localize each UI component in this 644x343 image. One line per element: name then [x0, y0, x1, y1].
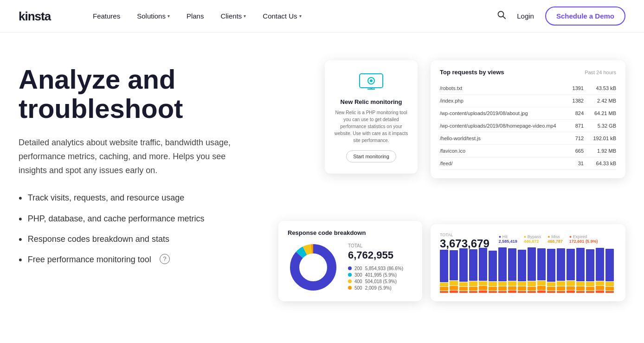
bar-segment [557, 291, 565, 293]
request-path: /index.php [440, 98, 560, 104]
request-size: 5.32 GB [584, 123, 616, 129]
cache-stat-label: Hit [502, 234, 508, 239]
schedule-demo-button[interactable]: Schedule a Demo [545, 6, 625, 26]
legend-label: 400 [354, 279, 362, 284]
hero-left: Analyze and troubleshoot Detailed analyt… [19, 60, 260, 324]
bar-segment [596, 286, 604, 290]
legend-row: 500 2,009 (5.9%) [348, 285, 403, 291]
svg-line-2 [503, 16, 505, 19]
bar-group [469, 249, 477, 293]
bar-segment [440, 283, 448, 286]
legend-label: 500 [354, 285, 362, 291]
bar-group [498, 247, 507, 293]
legend-value: 2,009 (5.9%) [365, 285, 392, 291]
chevron-down-icon: ▾ [299, 13, 302, 19]
panel-header: Top requests by views Past 24 hours [440, 69, 616, 76]
bar-segment [596, 281, 604, 285]
cache-stat-label: Bypass [528, 234, 541, 239]
cache-stat-value: 468,787 [547, 239, 563, 244]
search-button[interactable] [497, 11, 506, 21]
bar-segment [450, 281, 458, 285]
bar-segment [528, 281, 536, 286]
chevron-down-icon: ▾ [167, 13, 170, 19]
request-count: 871 [560, 123, 584, 129]
new-relic-icon [357, 71, 385, 92]
legend-row: 200 5,854,933 (86.6%) [348, 266, 403, 271]
bar-segment [469, 291, 477, 293]
login-link[interactable]: Login [517, 12, 534, 20]
legend-label: 300 [354, 272, 362, 278]
tooltip-icon[interactable]: ? [160, 254, 170, 264]
bar-group [576, 248, 585, 293]
bar-segment [469, 249, 477, 281]
request-size: 64.21 MB [584, 110, 616, 116]
list-item: Free performance monitoring tool ? [19, 254, 260, 266]
request-count: 665 [560, 148, 584, 154]
bar-group [508, 248, 516, 293]
bar-group [596, 248, 604, 293]
request-path: /wp-content/uploads/2019/08/about.jpg [440, 110, 560, 116]
cache-stat: ● Expired 172,601 (5.9%) [569, 234, 598, 244]
bar-segment [547, 291, 555, 293]
nav-contact[interactable]: Contact Us ▾ [263, 12, 301, 20]
bar-segment [479, 291, 487, 293]
bar-group [459, 248, 468, 293]
bar-group [586, 249, 594, 293]
new-relic-description: New Relic is a PHP monitoring tool you c… [334, 109, 408, 144]
bar-segment [547, 282, 555, 286]
logo[interactable]: kinsta [19, 8, 70, 24]
svg-text:kinsta: kinsta [19, 9, 52, 23]
bar-segment [537, 281, 546, 285]
start-monitoring-button[interactable]: Start monitoring [346, 150, 396, 162]
bar-segment [605, 249, 614, 281]
bar-segment [557, 281, 565, 286]
cache-stat: ● Bypass 446,872 [524, 234, 541, 244]
bar-segment [547, 249, 555, 282]
bar-segment [440, 250, 448, 282]
legend-row: 400 504,018 (5.9%) [348, 279, 403, 284]
request-path: /hello-world/test.js [440, 136, 560, 141]
bar-segment [469, 287, 477, 291]
bar-group [479, 248, 487, 293]
bar-segment [528, 247, 536, 281]
bar-segment [576, 286, 585, 291]
legend-value: 504,018 (5.9%) [365, 279, 397, 284]
bar-segment [537, 286, 546, 290]
nav-clients[interactable]: Clients ▾ [220, 12, 246, 20]
bar-segment [547, 287, 555, 291]
total-value: 6,762,955 [348, 249, 403, 261]
bar-segment [498, 291, 507, 293]
hero-description: Detailed analytics about website traffic… [19, 136, 241, 177]
table-row: /wp-content/uploads/2019/08/homepage-vid… [440, 120, 616, 132]
bar-segment [508, 286, 516, 290]
response-panel-title: Response code breakdown [288, 229, 413, 236]
nav-solutions[interactable]: Solutions ▾ [137, 12, 170, 20]
legend-dot [348, 286, 352, 290]
bar-group [537, 248, 546, 293]
list-item: PHP, database, and cache performance met… [19, 213, 260, 225]
bar-group [450, 250, 458, 293]
cache-stats: ● Hit 2,585,419 ● Bypass 446,872 ● Miss … [499, 234, 598, 244]
nav-plans[interactable]: Plans [187, 12, 204, 20]
bar-segment [489, 291, 497, 293]
bar-segment [537, 248, 546, 280]
bar-segment [489, 287, 497, 291]
legend-value: 401,995 (5.9%) [365, 272, 397, 278]
bar-segment [576, 282, 585, 286]
bar-segment [489, 251, 497, 281]
nav-features[interactable]: Features [93, 12, 120, 20]
cache-stat-label: Expired [573, 234, 587, 239]
bar-group [518, 250, 526, 293]
cache-total-label: TOTAL [440, 233, 489, 237]
bar-segment [586, 282, 594, 286]
cache-stat: ● Hit 2,585,419 [499, 234, 517, 244]
bar-segment [508, 291, 516, 293]
request-rows: /robots.txt 1391 43.53 kB /index.php 138… [440, 82, 616, 170]
cache-stat: ● Miss 468,787 [547, 234, 563, 244]
request-path: /favicon.ico [440, 148, 560, 154]
bar-segment [586, 291, 594, 293]
bar-segment [567, 249, 575, 280]
bar-segment [489, 282, 497, 286]
bar-segment [528, 291, 536, 293]
bar-segment [576, 248, 585, 281]
